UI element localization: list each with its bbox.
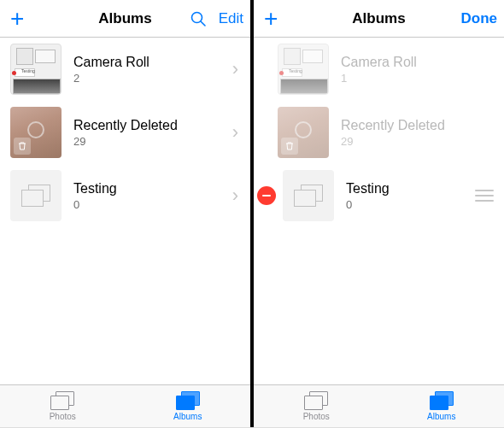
add-button[interactable]: + <box>261 7 281 31</box>
tab-label: Albums <box>173 412 202 421</box>
album-title: Recently Deleted <box>341 118 494 133</box>
done-button[interactable]: Done <box>461 10 498 27</box>
chevron-right-icon: › <box>231 58 240 80</box>
tab-albums[interactable]: Albums <box>379 385 505 427</box>
album-row-camera-roll[interactable]: Testing Camera Roll 2 › <box>0 38 250 101</box>
tab-bar: Photos Albums <box>0 384 250 427</box>
album-title: Testing <box>73 181 231 196</box>
album-title: Recently Deleted <box>73 118 231 133</box>
photos-icon <box>304 391 328 410</box>
album-thumbnail: Testing <box>10 44 62 95</box>
album-title: Testing <box>346 181 470 196</box>
album-row-testing[interactable]: Testing 0 › <box>0 164 250 227</box>
photos-icon <box>50 391 74 410</box>
album-thumbnail: Testing <box>278 44 329 95</box>
svg-line-1 <box>201 21 205 26</box>
album-row-recently-deleted[interactable]: Recently Deleted 29 › <box>0 101 250 164</box>
delete-button[interactable] <box>257 186 276 205</box>
trash-icon <box>281 138 298 155</box>
edit-button[interactable]: Edit <box>219 10 243 27</box>
tab-albums[interactable]: Albums <box>126 385 251 427</box>
tab-photos[interactable]: Photos <box>254 385 379 427</box>
tab-label: Photos <box>303 412 330 421</box>
drag-handle-icon[interactable] <box>475 190 494 202</box>
album-count: 29 <box>341 135 494 148</box>
album-row-camera-roll: Testing Camera Roll 1 <box>254 38 504 101</box>
tab-label: Albums <box>427 412 455 421</box>
chevron-right-icon: › <box>231 121 240 144</box>
album-thumbnail <box>278 107 329 158</box>
add-button[interactable]: + <box>7 7 27 31</box>
album-thumbnail <box>10 107 62 158</box>
tab-label: Photos <box>50 412 76 421</box>
nav-bar: + Albums Edit <box>0 0 250 38</box>
album-title: Camera Roll <box>73 55 231 70</box>
album-count: 2 <box>73 72 231 85</box>
nav-bar: + Albums Done <box>254 0 504 38</box>
album-thumbnail <box>283 170 334 221</box>
album-thumbnail <box>10 170 62 221</box>
tab-bar: Photos Albums <box>254 384 504 427</box>
album-count: 0 <box>73 198 231 211</box>
album-count: 0 <box>346 198 470 211</box>
chevron-right-icon: › <box>231 185 240 207</box>
albums-icon <box>430 391 454 410</box>
album-title: Camera Roll <box>341 55 494 70</box>
search-button[interactable] <box>190 10 207 27</box>
album-count: 1 <box>341 72 494 85</box>
album-count: 29 <box>73 135 231 148</box>
albums-icon <box>176 391 200 410</box>
album-row-testing[interactable]: Testing 0 <box>254 164 504 227</box>
trash-icon <box>14 138 31 155</box>
album-list: Testing Camera Roll 1 Recently Deleted 2… <box>254 38 504 384</box>
album-row-recently-deleted: Recently Deleted 29 <box>254 101 504 164</box>
screen-view-mode: + Albums Edit Testing Camera Roll 2 › <box>0 0 250 427</box>
tab-photos[interactable]: Photos <box>0 385 126 427</box>
screen-edit-mode: + Albums Done Testing Camera Roll 1 <box>254 0 504 427</box>
album-list: Testing Camera Roll 2 › Recently Deleted <box>0 38 250 384</box>
